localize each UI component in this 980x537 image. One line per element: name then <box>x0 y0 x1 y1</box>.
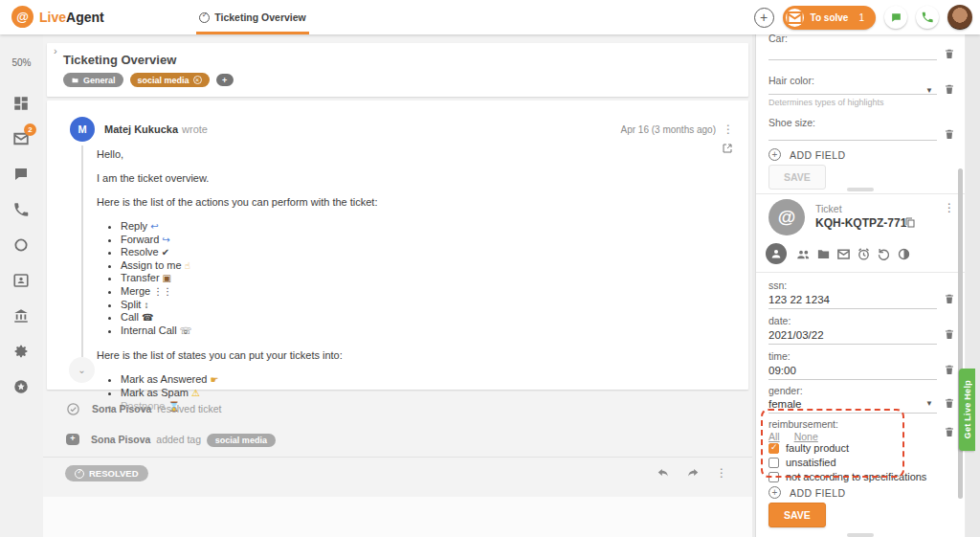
delete-field-icon[interactable] <box>944 128 955 141</box>
gender-value[interactable]: female <box>768 398 802 410</box>
divider <box>756 272 965 273</box>
message-paragraph: I am the ticket overview. <box>97 172 624 184</box>
contacts-icon[interactable] <box>12 272 30 289</box>
checkbox-checked-icon[interactable] <box>768 443 779 454</box>
to-solve-button[interactable]: To solve 1 <box>783 6 876 30</box>
checkbox-icon[interactable] <box>768 472 779 482</box>
calls-button[interactable] <box>916 6 939 29</box>
delete-field-icon[interactable] <box>944 364 955 376</box>
academy-bank-icon[interactable] <box>12 307 30 324</box>
collapse-thread-button[interactable]: ⌄ <box>69 357 95 383</box>
main-content: › Ticketing Overview General social medi… <box>43 34 752 537</box>
field-label-car: Car: <box>768 34 788 44</box>
chevron-right-icon[interactable]: › <box>54 45 57 56</box>
tab-contact-active[interactable] <box>766 243 787 264</box>
tickets-mail-icon[interactable]: 2 <box>12 130 30 147</box>
message-body: Hello, I am the ticket overview. Here is… <box>97 148 624 425</box>
forward-action-icon[interactable] <box>686 466 700 480</box>
chats-button[interactable] <box>884 6 907 29</box>
plus-circle-icon: + <box>768 148 781 161</box>
select-none-link[interactable]: None <box>794 431 818 442</box>
checkbox-row[interactable]: unsatisfied <box>768 457 836 468</box>
chat-icon <box>890 11 902 24</box>
mail-badge: 2 <box>24 123 36 136</box>
save-button-disabled[interactable]: SAVE <box>768 165 826 190</box>
calls-rail-icon[interactable] <box>12 201 30 218</box>
more-actions-icon[interactable]: ⋮ <box>716 466 727 480</box>
field-label-time: time: <box>768 350 791 362</box>
brand-live: Live <box>39 10 66 25</box>
tag-general[interactable]: General <box>63 73 123 87</box>
author-avatar: M <box>70 117 95 142</box>
resolved-check-icon <box>66 402 80 416</box>
list-item: Call ☎ <box>121 311 624 324</box>
status-badge[interactable]: RESOLVED <box>65 465 148 481</box>
event-row: Sona Pisova resolved ticket <box>43 393 752 424</box>
ssn-value[interactable]: 123 22 1234 <box>768 294 830 305</box>
author-name: Matej Kukucka <box>104 123 178 135</box>
tag-social-media[interactable]: social media × <box>130 73 210 87</box>
chats-rail-icon[interactable] <box>12 166 30 183</box>
date-value[interactable]: 2021/03/22 <box>768 329 824 341</box>
tags-row: General social media × + <box>63 73 234 87</box>
add-field-button[interactable]: + ADD FIELD <box>768 148 845 161</box>
delete-field-icon[interactable] <box>944 83 955 96</box>
ticket-menu-icon[interactable]: ⋮ <box>944 201 955 214</box>
add-ticket-button[interactable]: + <box>754 8 774 28</box>
copy-icon[interactable] <box>904 216 916 229</box>
tab-group-icon[interactable] <box>796 247 811 261</box>
tab-history-icon[interactable] <box>877 247 891 261</box>
tab-mail-icon[interactable] <box>836 247 851 261</box>
liveagent-app: @ LiveAgent Ticketing Overview + To solv… <box>0 0 980 537</box>
delete-field-icon[interactable] <box>944 397 955 410</box>
checkbox-icon[interactable] <box>768 458 779 468</box>
plus-circle-icon: + <box>768 486 781 499</box>
save-button[interactable]: SAVE <box>768 503 826 527</box>
answered-hand-icon: ☛ <box>211 374 219 385</box>
live-help-tab[interactable]: Get Live Help <box>959 369 975 451</box>
tab-alarm-icon[interactable] <box>857 247 871 261</box>
dashboard-icon[interactable] <box>12 95 30 112</box>
delete-field-icon[interactable] <box>944 328 955 341</box>
page-scrollbar-gutter[interactable] <box>966 34 980 537</box>
hair-color-select[interactable] <box>768 94 937 95</box>
panel-resize-handle[interactable] <box>847 533 874 537</box>
page-title: Ticketing Overview <box>63 53 176 67</box>
internal-call-icon: ☏ <box>180 325 192 336</box>
field-label-gender: gender: <box>768 385 803 396</box>
user-avatar[interactable] <box>947 5 972 30</box>
add-tag-button[interactable]: + <box>216 74 234 86</box>
settings-gear-icon[interactable] <box>12 343 30 360</box>
event-tag[interactable]: social media <box>207 434 276 447</box>
remove-tag-icon[interactable]: × <box>193 76 202 84</box>
content-footer-area <box>43 497 752 537</box>
message-menu-icon[interactable]: ⋮ <box>723 123 734 136</box>
reply-action-icon[interactable] <box>657 466 670 480</box>
time-value[interactable]: 09:00 <box>768 365 796 376</box>
delete-field-icon[interactable] <box>944 293 955 305</box>
delete-field-icon[interactable] <box>944 426 955 438</box>
thread-line <box>81 145 83 357</box>
checkbox-row[interactable]: faulty product <box>768 442 849 454</box>
list-item: Forward ↪ <box>121 234 624 247</box>
select-all-link[interactable]: All <box>768 431 780 442</box>
car-input[interactable] <box>768 59 937 60</box>
event-action: resolved ticket <box>157 403 221 414</box>
tab-ticketing-overview[interactable]: Ticketing Overview <box>196 0 309 34</box>
dropdown-caret-icon[interactable]: ▼ <box>925 399 933 408</box>
delete-field-icon[interactable] <box>944 48 955 60</box>
field-label-reimbursement: reimbursement: <box>768 418 838 430</box>
expand-message-icon[interactable] <box>722 143 733 154</box>
list-item: Mark as Answered ☛ <box>121 373 624 387</box>
add-field-button[interactable]: + ADD FIELD <box>768 486 845 499</box>
call-icon: ☎ <box>142 312 153 323</box>
field-helper-text: Determines types of highlights <box>768 98 884 107</box>
brand-logo[interactable]: @ LiveAgent <box>11 6 104 28</box>
social-ring-icon[interactable] <box>12 236 30 254</box>
panel-resize-handle[interactable] <box>847 188 874 191</box>
checkbox-row[interactable]: not according to specifications <box>768 471 926 482</box>
tab-contrast-icon[interactable] <box>897 247 911 261</box>
star-circle-icon[interactable] <box>12 378 30 395</box>
tab-tickets-icon[interactable] <box>816 247 831 261</box>
shoe-size-input[interactable] <box>768 140 937 141</box>
